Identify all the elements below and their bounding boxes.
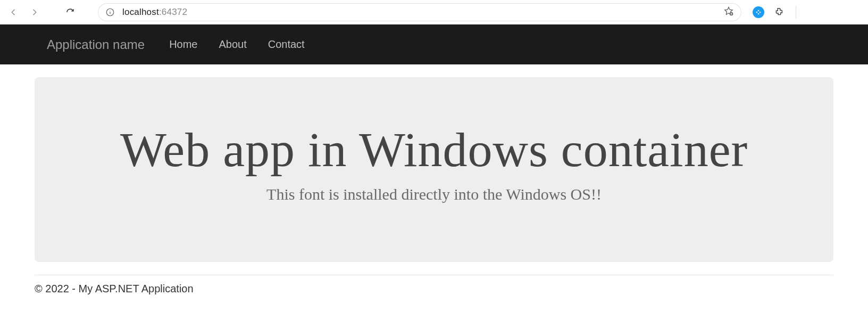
footer-text: © 2022 - My ASP.NET Application (0, 283, 868, 295)
main-container: Web app in Windows container This font i… (0, 64, 868, 262)
refresh-icon (65, 7, 75, 17)
browser-toolbar: localhost:64372 (0, 0, 868, 24)
hero-subtitle: This font is installed directly into the… (56, 185, 812, 203)
browser-right-icons (752, 6, 796, 19)
nav-link-home[interactable]: Home (169, 38, 197, 51)
url-host: localhost (122, 7, 159, 17)
hero-title: Web app in Windows container (56, 124, 812, 176)
site-info-icon[interactable] (105, 7, 115, 17)
toolbar-divider (796, 6, 796, 19)
url-port: :64372 (159, 7, 187, 17)
extensions-icon[interactable] (772, 6, 785, 19)
navbar-brand[interactable]: Application name (47, 37, 145, 52)
app-navbar: Application name Home About Contact (0, 24, 868, 64)
arrow-right-icon (29, 7, 39, 17)
favorite-icon[interactable] (723, 6, 734, 19)
jumbotron: Web app in Windows container This font i… (35, 77, 833, 262)
nav-link-about[interactable]: About (219, 38, 246, 51)
footer-separator (35, 275, 833, 275)
nav-link-contact[interactable]: Contact (268, 38, 305, 51)
back-button[interactable] (5, 4, 22, 21)
address-bar[interactable]: localhost:64372 (98, 3, 741, 21)
refresh-button[interactable] (62, 4, 79, 21)
arrow-left-icon (9, 7, 19, 17)
url-text: localhost:64372 (122, 7, 187, 18)
forward-button[interactable] (26, 4, 43, 21)
extension-blue-icon[interactable] (752, 6, 765, 19)
